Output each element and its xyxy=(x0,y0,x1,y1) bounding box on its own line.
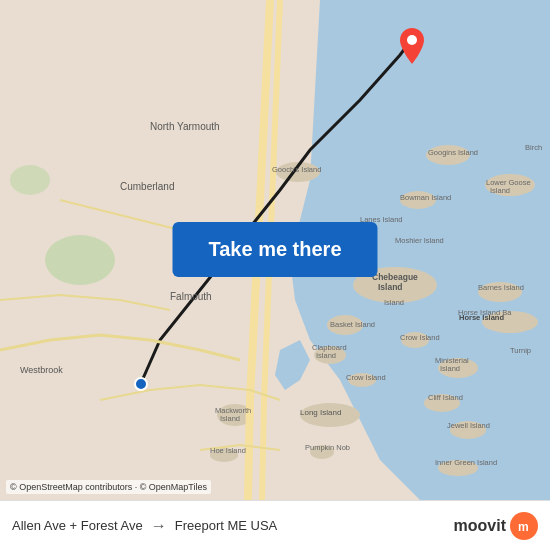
svg-text:Island: Island xyxy=(384,298,404,307)
svg-text:Googins Island: Googins Island xyxy=(428,148,478,157)
svg-text:Birch: Birch xyxy=(525,143,542,152)
svg-text:Chebeague: Chebeague xyxy=(372,272,418,282)
svg-text:Island: Island xyxy=(316,351,336,360)
svg-text:Horse Island: Horse Island xyxy=(459,313,504,322)
svg-text:Inner Green Island: Inner Green Island xyxy=(435,458,497,467)
svg-text:Falmouth: Falmouth xyxy=(170,291,212,302)
svg-text:Moshier Island: Moshier Island xyxy=(395,236,444,245)
svg-text:Bowman Island: Bowman Island xyxy=(400,193,451,202)
footer: Allen Ave + Forest Ave → Freeport ME USA… xyxy=(0,500,550,550)
route-info: Allen Ave + Forest Ave → Freeport ME USA xyxy=(12,517,277,535)
svg-point-56 xyxy=(407,35,417,45)
svg-text:Barnes Island: Barnes Island xyxy=(478,283,524,292)
svg-text:Pumpkin Nob: Pumpkin Nob xyxy=(305,443,350,452)
svg-text:Cumberland: Cumberland xyxy=(120,181,174,192)
moovit-logo: moovit m xyxy=(454,512,538,540)
svg-point-21 xyxy=(10,165,50,195)
origin-dot xyxy=(134,377,148,391)
moovit-text: moovit xyxy=(454,517,506,535)
svg-point-20 xyxy=(45,235,115,285)
arrow-icon: → xyxy=(151,517,167,535)
map-attribution: © OpenStreetMap contributors · © OpenMap… xyxy=(6,480,211,494)
map-container: North Yarmouth Cumberland Falmouth Westb… xyxy=(0,0,550,500)
svg-text:Turnip: Turnip xyxy=(510,346,531,355)
svg-text:Hoe Island: Hoe Island xyxy=(210,446,246,455)
origin-label: Allen Ave + Forest Ave xyxy=(12,518,143,533)
svg-text:m: m xyxy=(518,520,529,534)
svg-text:Cliff Island: Cliff Island xyxy=(428,393,463,402)
svg-text:Crow Island: Crow Island xyxy=(400,333,440,342)
destination-pin xyxy=(400,28,424,68)
destination-label: Freeport ME USA xyxy=(175,518,278,533)
take-me-there-button[interactable]: Take me there xyxy=(172,222,377,277)
svg-text:North Yarmouth: North Yarmouth xyxy=(150,121,220,132)
svg-text:Island: Island xyxy=(490,186,510,195)
svg-text:Long Island: Long Island xyxy=(300,408,341,417)
svg-text:Island: Island xyxy=(220,414,240,423)
svg-text:Basket Island: Basket Island xyxy=(330,320,375,329)
moovit-icon: m xyxy=(510,512,538,540)
svg-text:Crow Island: Crow Island xyxy=(346,373,386,382)
svg-text:Jewell Island: Jewell Island xyxy=(447,421,490,430)
svg-text:Westbrook: Westbrook xyxy=(20,365,63,375)
svg-text:Gooch's Island: Gooch's Island xyxy=(272,165,321,174)
svg-text:Island: Island xyxy=(378,282,403,292)
svg-text:Island: Island xyxy=(440,364,460,373)
